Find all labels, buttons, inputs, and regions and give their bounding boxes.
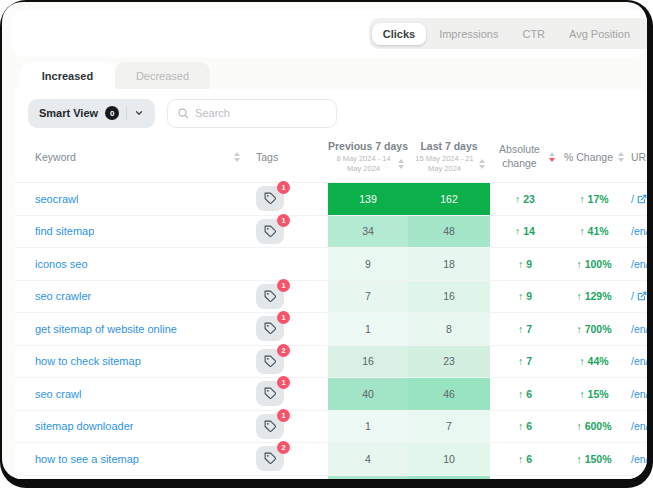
tag-count-badge: 1 <box>277 181 290 194</box>
tab-decreased[interactable]: Decreased <box>115 62 210 89</box>
header-absolute-label: Absolute change <box>496 143 544 169</box>
metric-tab-impressions[interactable]: Impressions <box>428 23 509 45</box>
absolute-change-value: ↑ 7 <box>518 323 532 335</box>
percent-change-cell: ↑ 44% <box>560 346 628 378</box>
tag-button[interactable]: 1 <box>256 219 284 244</box>
previous-value-cell: 4 <box>328 443 408 475</box>
percent-change-cell: ↑ 41% <box>560 216 628 248</box>
tag-icon <box>264 192 277 205</box>
smart-view-button[interactable]: Smart View 0 <box>28 99 155 128</box>
last-value-cell: 16 <box>408 281 490 313</box>
keyword-cell: sitemap downloader <box>15 411 250 443</box>
absolute-change-cell: ↑ 23 <box>490 183 560 215</box>
url-link[interactable]: / <box>631 193 647 205</box>
absolute-change-cell: ↑ 6 <box>490 443 560 475</box>
last-value-cell: 23 <box>408 346 490 378</box>
tag-count-badge: 2 <box>277 344 290 357</box>
previous-value-cell: 34 <box>328 216 408 248</box>
keyword-link[interactable]: how to see a sitemap <box>35 453 139 465</box>
absolute-change-cell: ↑ 14 <box>490 216 560 248</box>
absolute-change-cell: ↑ 7 <box>490 313 560 345</box>
tag-icon <box>264 355 277 368</box>
keyword-link[interactable]: seo crawler <box>35 290 91 302</box>
percent-change-cell: ↑ 129% <box>560 281 628 313</box>
tag-button[interactable]: 1 <box>256 414 284 439</box>
metric-tab-ctr[interactable]: CTR <box>511 23 556 45</box>
sort-percent-button[interactable] <box>618 152 624 162</box>
header-url: URL <box>628 151 647 163</box>
last-value-cell: 48 <box>408 216 490 248</box>
keyword-cell: seocrawl <box>15 183 250 215</box>
tag-button[interactable]: 1 <box>256 186 284 211</box>
url-cell: /en/ <box>628 346 647 378</box>
search-box[interactable] <box>167 99 337 128</box>
url-link[interactable]: /en/ <box>631 225 647 237</box>
table-row: seo crawler1716↑ 9↑ 129%/ <box>15 281 647 314</box>
url-link[interactable]: / <box>631 290 647 302</box>
keyword-cell: how to check sitemap <box>15 346 250 378</box>
tab-increased[interactable]: Increased <box>20 62 115 89</box>
url-cell: /en/ <box>628 313 647 345</box>
keyword-link[interactable]: find sitemap <box>35 225 94 237</box>
tag-count-badge: 1 <box>277 214 290 227</box>
header-keyword: Keyword <box>15 151 250 163</box>
sort-absolute-button[interactable] <box>549 152 555 162</box>
keywords-table-card: Smart View 0 Keyword Tags <box>15 89 647 479</box>
url-link[interactable]: /en/ <box>631 355 647 367</box>
absolute-change-value: ↑ 7 <box>518 355 532 367</box>
tag-button[interactable]: 1 <box>256 284 284 309</box>
percent-change-cell: ↑ 150% <box>560 443 628 475</box>
table-row: seo crawl14046↑ 6↑ 15%/en/ <box>15 378 647 411</box>
keyword-link[interactable]: get sitemap of website online <box>35 323 177 335</box>
percent-change-value: ↑ 15% <box>579 388 608 400</box>
keyword-link[interactable]: iconos seo <box>35 258 88 270</box>
absolute-change-cell: ↑ 6 <box>490 411 560 443</box>
tag-button[interactable]: 2 <box>256 446 284 471</box>
sort-previous-button[interactable] <box>398 159 404 169</box>
absolute-change-value: ↑ 6 <box>518 453 532 465</box>
tags-cell: 1 <box>250 313 328 345</box>
tags-cell: 1 <box>250 183 328 215</box>
percent-change-value: ↑ 41% <box>579 225 608 237</box>
keyword-link[interactable]: seocrawl <box>35 193 78 205</box>
url-cell: / <box>628 281 647 313</box>
previous-value-cell: 16 <box>328 346 408 378</box>
absolute-change-cell: ↑ 9 <box>490 281 560 313</box>
previous-value-cell <box>328 476 408 480</box>
search-icon <box>177 107 189 119</box>
keyword-link[interactable]: how to check sitemap <box>35 355 141 367</box>
sort-keyword-button[interactable] <box>234 152 240 162</box>
search-input[interactable] <box>195 107 327 119</box>
percent-change-cell: ↑ 600% <box>560 411 628 443</box>
tag-button[interactable]: 1 <box>256 316 284 341</box>
sort-last-button[interactable] <box>479 159 485 169</box>
previous-value-cell: 7 <box>328 281 408 313</box>
url-link[interactable]: /en/ <box>631 323 647 335</box>
url-link[interactable]: /en/ <box>631 420 647 432</box>
tag-icon <box>264 290 277 303</box>
device-frame: ClicksImpressionsCTRAvg Position Increas… <box>0 0 653 488</box>
absolute-change-value: ↑ 6 <box>518 388 532 400</box>
metric-tab-avg-position[interactable]: Avg Position <box>558 23 641 45</box>
keyword-link[interactable]: sitemap downloader <box>35 420 133 432</box>
tag-button[interactable]: 1 <box>256 381 284 406</box>
url-link[interactable]: /en/ <box>631 388 647 400</box>
url-link[interactable]: /en/ <box>631 258 647 270</box>
percent-change-value: ↑ 600% <box>576 420 611 432</box>
table-row: iconos seo918↑ 9↑ 100%/en/ <box>15 248 647 281</box>
url-link[interactable]: /en/ <box>631 453 647 465</box>
empty-cell <box>628 476 647 480</box>
last-value-cell: 46 <box>408 378 490 410</box>
tag-icon <box>264 420 277 433</box>
percent-change-value: ↑ 100% <box>576 258 611 270</box>
keyword-link[interactable]: seo crawl <box>35 388 81 400</box>
metric-tab-clicks[interactable]: Clicks <box>372 23 426 45</box>
header-percent-change: % Change <box>560 151 628 163</box>
table-row: how to check sitemap21623↑ 7↑ 44%/en/ <box>15 346 647 379</box>
tags-cell: 2 <box>250 346 328 378</box>
header-last-daterange: 15 May 2024 - 21 May 2024 <box>414 154 476 174</box>
tag-button[interactable]: 2 <box>256 349 284 374</box>
tag-icon <box>264 322 277 335</box>
header-last-title: Last 7 days <box>420 140 477 152</box>
absolute-change-value: ↑ 6 <box>518 420 532 432</box>
